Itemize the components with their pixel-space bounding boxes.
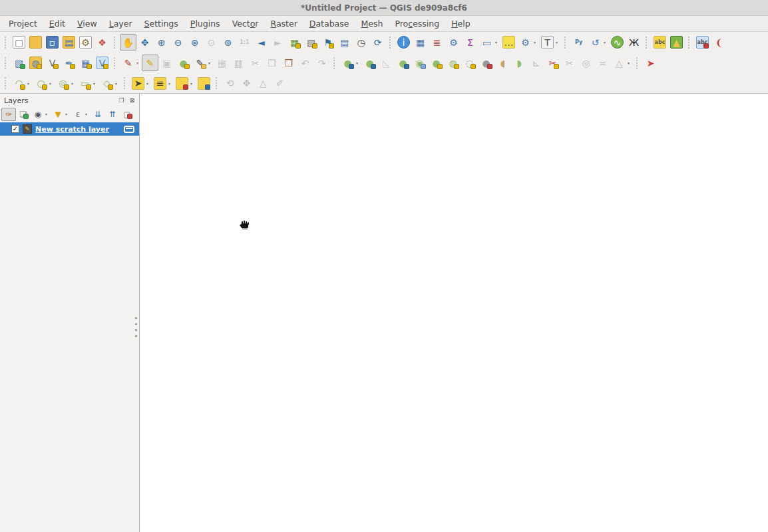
zoom-in-button[interactable]: ⊕ <box>153 34 170 51</box>
menu-project[interactable]: Project <box>3 17 43 31</box>
select-by-location-button[interactable] <box>196 75 212 92</box>
zoom-to-layer-button[interactable]: ⊚ <box>220 34 236 51</box>
expand-all-button[interactable]: ⇊ <box>91 108 105 121</box>
zoom-last-button[interactable]: ◄ <box>253 34 270 51</box>
memory-layer-indicator-icon[interactable] <box>124 126 134 133</box>
simplify-feature-button[interactable]: ● <box>395 55 411 71</box>
processing-history-button[interactable]: ↺ <box>587 34 604 51</box>
select-features-button[interactable]: ➤ <box>130 75 146 92</box>
current-edits-button[interactable]: ✎ <box>120 55 136 71</box>
delete-ring-button[interactable]: ◌ <box>461 55 478 71</box>
processing-toolbox-button[interactable]: ⚙ <box>445 34 462 51</box>
rectangle-tool-button[interactable]: ▭ <box>77 75 93 92</box>
save-project-button[interactable]: ▫ <box>44 34 61 51</box>
temporal-controller-button[interactable]: ◷ <box>353 34 369 51</box>
show-layout-manager-button[interactable]: ⚙ <box>77 34 94 51</box>
split-features-button[interactable]: ✂ <box>544 55 561 71</box>
filter-legend-button[interactable]: ▼ <box>51 108 65 121</box>
menu-plugins[interactable]: Plugins <box>184 17 226 31</box>
data-source-manager-button[interactable]: ▧ <box>11 55 27 71</box>
deselect-features-dropdown[interactable]: ▾ <box>190 81 196 86</box>
menu-database[interactable]: Database <box>303 17 355 31</box>
new-map-view-button[interactable]: ▦ <box>286 34 303 51</box>
panel-close-button[interactable]: ⊠ <box>128 96 136 105</box>
move-feature-button[interactable]: ● <box>339 55 356 71</box>
circle-tool-dropdown[interactable]: ▾ <box>49 81 55 86</box>
layer-item-new-scratch-layer[interactable]: ✓ ✎ New scratch layer <box>0 122 139 136</box>
new-project-button[interactable]: ▢ <box>11 34 27 51</box>
pan-to-selection-button[interactable]: ✥ <box>136 34 153 51</box>
new-geopackage-layer-button[interactable]: ✒ <box>61 55 77 71</box>
measure-line-dropdown[interactable]: ▾ <box>495 40 500 45</box>
run-feature-action-button[interactable]: ⚙ <box>517 34 534 51</box>
processing-history-dropdown[interactable]: ▾ <box>604 40 609 45</box>
layer-labeling-options-button[interactable]: abc <box>652 34 668 51</box>
menu-settings[interactable]: Settings <box>138 17 184 31</box>
rotate-point-symbols-dropdown[interactable]: ▾ <box>628 61 633 65</box>
select-features-by-value-dropdown[interactable]: ▾ <box>168 81 174 86</box>
highlight-pinned-labels-button[interactable]: ❨ <box>711 34 727 51</box>
new-print-layout-button[interactable]: ▤ <box>61 34 77 51</box>
new-virtual-layer-button[interactable]: V <box>94 55 110 71</box>
add-group-button[interactable]: ❏ <box>16 108 31 121</box>
manage-layer-visibility-dropdown[interactable]: ▾ <box>45 112 51 116</box>
pan-map-button[interactable]: ✋ <box>120 34 136 51</box>
run-feature-action-dropdown[interactable]: ▾ <box>534 40 539 45</box>
identify-features-button[interactable]: i <box>395 34 412 51</box>
menu-raster[interactable]: Raster <box>264 17 303 31</box>
add-polygon-feature-button[interactable]: ● <box>175 55 192 71</box>
collapse-all-button[interactable]: ⇈ <box>105 108 120 121</box>
menu-processing[interactable]: Processing <box>389 17 445 31</box>
menu-edit[interactable]: Edit <box>43 17 71 31</box>
reshape-features-button[interactable]: ◖ <box>494 55 511 71</box>
text-annotation-button[interactable]: T <box>539 34 556 51</box>
osm-place-search-button[interactable]: ∿ <box>609 34 626 51</box>
move-feature-dropdown[interactable]: ▾ <box>356 61 361 65</box>
add-part-button[interactable]: ● <box>428 55 445 71</box>
menu-help[interactable]: Help <box>445 17 477 31</box>
first-aid-plugin-button[interactable]: Ж <box>626 34 642 51</box>
rotate-feature-button[interactable]: ● <box>361 55 378 71</box>
add-ring-button[interactable]: ◉ <box>411 55 428 71</box>
offset-curve-button[interactable]: ◗ <box>511 55 528 71</box>
text-annotation-dropdown[interactable]: ▾ <box>556 40 561 45</box>
menu-mesh[interactable]: Mesh <box>355 17 389 31</box>
zoom-out-button[interactable]: ⊖ <box>170 34 186 51</box>
menu-view[interactable]: View <box>71 17 103 31</box>
layer-visibility-checkbox[interactable]: ✓ <box>11 125 19 133</box>
ellipse-tool-button[interactable]: ◎ <box>55 75 71 92</box>
refresh-map-button[interactable]: ⟳ <box>369 34 386 51</box>
panel-resize-handle[interactable] <box>135 313 138 341</box>
fill-ring-button[interactable]: ◍ <box>445 55 461 71</box>
pin-labels-button[interactable]: abc <box>694 34 711 51</box>
new-shapefile-layer-button[interactable]: V <box>44 55 61 71</box>
layer-diagram-options-button[interactable]: ▲ <box>668 34 685 51</box>
vertex-tool-button[interactable]: ✎ <box>192 55 208 71</box>
add-vector-layer-button[interactable]: ◍ <box>27 55 44 71</box>
rectangle-tool-dropdown[interactable]: ▾ <box>93 81 98 86</box>
manage-layer-visibility-button[interactable]: ◉ <box>31 108 45 121</box>
current-edits-dropdown[interactable]: ▾ <box>136 61 142 65</box>
new-spatialite-layer-button[interactable]: ▦ <box>77 55 94 71</box>
statistical-summary-button[interactable]: ≣ <box>429 34 445 51</box>
paste-features-button[interactable]: ❒ <box>280 55 297 71</box>
delete-part-button[interactable]: ● <box>478 55 494 71</box>
circle-tool-button[interactable]: ○ <box>33 75 49 92</box>
select-features-by-value-button[interactable]: ≡ <box>152 75 168 92</box>
panel-float-button[interactable]: ❐ <box>117 96 126 105</box>
show-statistics-button[interactable]: Σ <box>462 34 479 51</box>
toggle-editing-button[interactable]: ✎ <box>142 55 158 71</box>
python-console-button[interactable]: Py <box>570 34 587 51</box>
measure-line-button[interactable]: ▭ <box>479 34 495 51</box>
filter-legend-dropdown[interactable]: ▾ <box>65 112 71 116</box>
circular-string-tool-button[interactable]: ◠ <box>11 75 27 92</box>
open-attribute-table-button[interactable]: ▦ <box>412 34 429 51</box>
regular-polygon-tool-dropdown[interactable]: ▾ <box>115 81 120 86</box>
annotation-tool-button[interactable]: ➤ <box>642 55 659 71</box>
remove-layer-group-button[interactable]: ▢ <box>120 108 134 121</box>
deselect-features-button[interactable] <box>174 75 190 92</box>
map-tips-button[interactable]: … <box>500 34 517 51</box>
open-project-button[interactable] <box>27 34 44 51</box>
filter-legend-by-expression-dropdown[interactable]: ▾ <box>85 112 91 116</box>
filter-legend-by-expression-button[interactable]: ε <box>71 108 85 121</box>
